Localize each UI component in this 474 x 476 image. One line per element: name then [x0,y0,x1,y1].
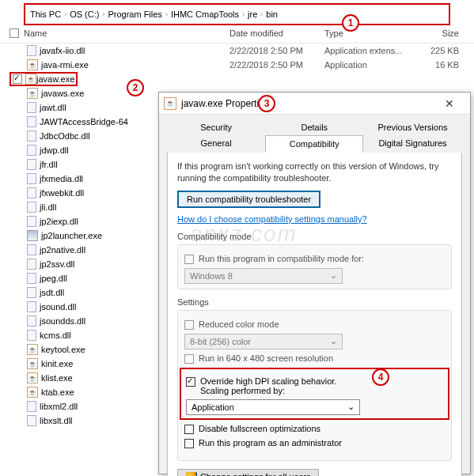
compat-os-combo: Windows 8⌄ [184,268,343,284]
column-type[interactable]: Type [324,28,411,40]
file-name: kcms.dll [40,331,71,340]
selection-highlight: ☕ javaw.exe [9,72,78,86]
callout-1: 1 [342,14,359,32]
java-icon: ☕ [27,387,38,398]
settings-group: Reduced color mode 8-bit (256) color⌄ Ru… [177,310,452,461]
dialog-titlebar[interactable]: ☕ javaw.exe Properties ✕ [159,93,470,115]
file-name: jp2ssv.dll [40,259,74,269]
disable-fullscreen-checkbox[interactable]: Disable fullscreen optimizations [184,424,445,434]
tab-general[interactable]: General [167,135,265,153]
file-name: libxml2.dll [40,402,78,411]
file-name: jsound.dll [40,302,76,312]
file-name: ktab.exe [41,387,74,397]
file-type: Application [324,60,411,70]
manual-settings-link[interactable]: How do I choose compatibility settings m… [177,214,452,224]
chevron-right-icon: › [64,10,66,18]
file-name: jpeg.dll [40,274,67,283]
tab-details[interactable]: Details [265,119,363,135]
file-name: java-rmi.exe [41,60,89,70]
callout-2: 2 [127,79,144,96]
dll-icon [27,273,36,284]
properties-dialog: ☕ javaw.exe Properties ✕ Security Detail… [158,92,471,474]
crumb[interactable]: OS (C:) [70,9,99,19]
file-date: 2/22/2018 2:50 PM [229,60,324,70]
column-date[interactable]: Date modified [229,28,324,40]
file-name: javafx-iio.dll [40,46,85,55]
dpi-override-highlight: Override high DPI scaling behavior.Scali… [180,368,449,420]
dpi-scaling-combo[interactable]: Application⌄ [186,399,360,415]
dll-icon [27,415,36,426]
java-icon: ☕ [27,358,38,369]
file-name: javaw.exe [36,74,74,84]
breadcrumb[interactable]: This PC› OS (C:)› Program Files› IHMC Cm… [24,3,450,25]
dll-icon [27,259,36,270]
column-size[interactable]: Size [411,28,459,40]
compat-mode-label: Compatibility mode [177,232,452,241]
run-troubleshooter-button[interactable]: Run compatibility troubleshooter [177,191,320,208]
dll-icon [27,401,36,412]
java-icon: ☕ [27,59,38,70]
file-checkbox[interactable] [13,74,22,84]
column-name[interactable]: Name [24,28,229,40]
chevron-down-icon: ⌄ [347,402,355,412]
file-row[interactable]: javafx-iio.dll 2/22/2018 2:50 PM Applica… [0,43,474,58]
run-640x480-checkbox[interactable]: Run in 640 x 480 screen resolution [184,353,445,364]
change-all-users-button[interactable]: Change settings for all users [177,469,319,476]
file-row[interactable]: ☕java-rmi.exe 2/22/2018 2:50 PM Applicat… [0,58,474,72]
java-icon: ☕ [27,88,38,99]
settings-label: Settings [177,297,452,307]
file-name: libxslt.dll [40,416,73,425]
dll-icon [27,315,36,327]
dll-icon [27,116,36,127]
crumb[interactable]: Program Files [108,9,161,19]
select-all-checkbox[interactable] [9,28,19,38]
dll-icon [27,130,36,142]
file-name: jfxmedia.dll [40,174,83,183]
dll-icon [27,159,36,170]
java-icon: ☕ [25,74,36,85]
column-headers: Name Date modified Type Size [0,27,474,43]
tab-digital-signatures[interactable]: Digital Signatures [363,135,461,153]
tab-security[interactable]: Security [167,119,265,135]
java-icon: ☕ [164,97,176,110]
reduced-color-checkbox[interactable]: Reduced color mode [184,319,445,330]
dll-icon [27,173,36,184]
crumb[interactable]: This PC [30,9,61,19]
file-name: keytool.exe [41,345,85,354]
file-size: 16 KB [411,60,459,70]
tab-previous-versions[interactable]: Previous Versions [363,119,461,135]
crumb[interactable]: jre [248,9,257,19]
tab-body: If this program isn't working correctly … [167,153,462,476]
chevron-down-icon: ⌄ [330,336,337,346]
exe-icon [27,230,38,241]
dll-icon [27,202,36,213]
compat-mode-checkbox[interactable]: Run this program in compatibility mode f… [184,254,445,264]
file-name: jsdt.dll [40,288,64,297]
file-name: jdwp.dll [40,145,69,155]
dll-icon [27,187,36,198]
tab-compatibility[interactable]: Compatibility [265,135,363,153]
dll-icon [27,145,36,156]
dll-icon [27,45,36,56]
file-name: jawt.dll [40,103,66,112]
crumb[interactable]: bin [266,9,278,19]
file-name: jfxwebkit.dll [40,188,84,198]
chevron-right-icon: › [242,10,245,18]
compat-mode-group: Run this program in compatibility mode f… [177,244,452,289]
tab-strip: Security Details Previous Versions Gener… [159,115,470,153]
file-row-selected[interactable]: ☕ javaw.exe [0,72,474,86]
crumb[interactable]: IHMC CmapTools [171,9,239,19]
shield-icon [186,472,197,476]
run-as-admin-checkbox[interactable]: Run this program as an administrator [184,438,445,448]
file-name: jfr.dll [40,160,58,169]
chevron-right-icon: › [165,10,168,18]
override-dpi-checkbox[interactable]: Override high DPI scaling behavior.Scali… [186,376,443,395]
dll-icon [27,216,36,227]
file-size: 225 KB [411,46,459,55]
file-name: klist.exe [41,373,73,383]
dll-icon [27,102,36,113]
close-icon[interactable]: ✕ [434,97,465,110]
java-icon: ☕ [27,344,38,355]
file-date: 2/22/2018 2:50 PM [229,46,324,55]
chevron-down-icon: ⌄ [330,270,337,281]
